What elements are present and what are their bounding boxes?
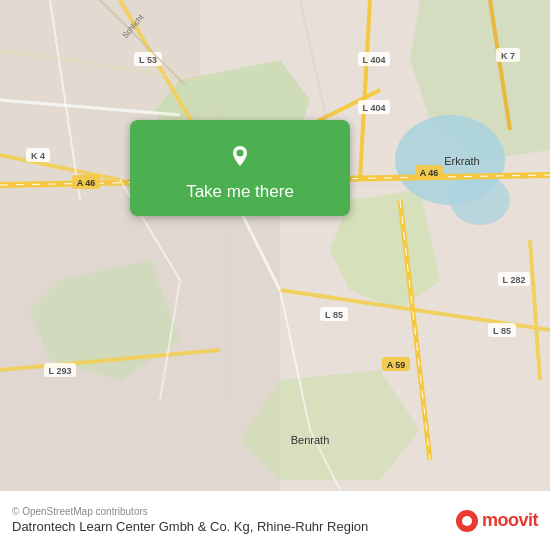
- svg-text:A 46: A 46: [420, 168, 439, 178]
- moovit-brand-text: moovit: [482, 510, 538, 531]
- bottom-text-area: © OpenStreetMap contributors Datrontech …: [12, 506, 446, 536]
- svg-point-62: [237, 150, 244, 157]
- svg-text:A 59: A 59: [387, 360, 406, 370]
- svg-text:L 282: L 282: [503, 275, 526, 285]
- moovit-icon: [456, 510, 478, 532]
- take-me-there-label: Take me there: [186, 182, 294, 202]
- location-pin-icon: [222, 138, 258, 174]
- svg-text:L 404: L 404: [363, 103, 386, 113]
- svg-text:L 293: L 293: [49, 366, 72, 376]
- svg-text:Benrath: Benrath: [291, 434, 330, 446]
- svg-text:A 46: A 46: [77, 178, 96, 188]
- bottom-bar: © OpenStreetMap contributors Datrontech …: [0, 490, 550, 550]
- svg-text:K 4: K 4: [31, 151, 45, 161]
- moovit-logo: moovit: [456, 510, 538, 532]
- svg-text:K 7: K 7: [501, 51, 515, 61]
- map-container: L 404 L 404 A 46 A 46 L 53 K 4 K 7 Erkra…: [0, 0, 550, 490]
- svg-text:L 404: L 404: [363, 55, 386, 65]
- svg-text:L 53: L 53: [139, 55, 157, 65]
- svg-text:Erkrath: Erkrath: [444, 155, 479, 167]
- business-name: Datrontech Learn Center Gmbh & Co. Kg, R…: [12, 519, 446, 536]
- svg-text:L 85: L 85: [325, 310, 343, 320]
- svg-point-9: [450, 175, 510, 225]
- attribution-text: © OpenStreetMap contributors: [12, 506, 446, 517]
- take-me-there-button[interactable]: Take me there: [130, 120, 350, 216]
- svg-text:L 85: L 85: [493, 326, 511, 336]
